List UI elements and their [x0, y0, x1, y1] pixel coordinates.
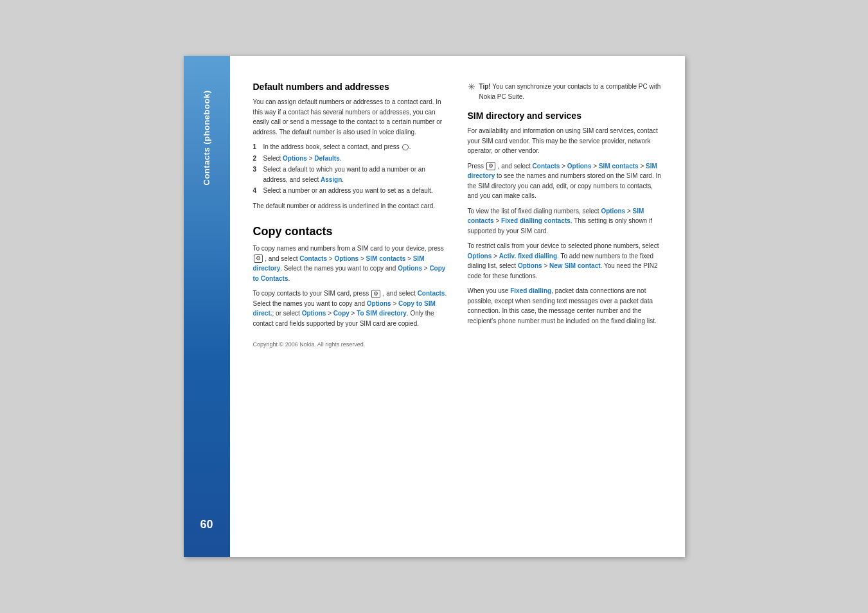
- sidebar-label: Contacts (phonebook): [202, 91, 211, 186]
- step-4-num: 4: [253, 186, 260, 196]
- section-title-copy: Copy contacts: [253, 225, 447, 238]
- main-content: Default numbers and addresses You can as…: [230, 56, 685, 557]
- step-1-text: In the address book, select a contact, a…: [263, 142, 411, 152]
- fixed-dialling-link: Fixed dialling contacts: [501, 217, 571, 224]
- options-link-6: Options: [468, 253, 492, 260]
- copy-para2: To copy contacts to your SIM card, press…: [253, 289, 447, 328]
- sim-para2: Press ⚙ , and select Contacts > Options …: [468, 161, 662, 201]
- sim-para4: To restrict calls from your device to se…: [468, 241, 662, 281]
- center-button-icon: [402, 144, 409, 150]
- contacts-link-1: Contacts: [299, 255, 327, 262]
- contacts-link-3: Contacts: [533, 163, 560, 170]
- sidebar: Contacts (phonebook) 60: [184, 56, 230, 557]
- sim-para3: To view the list of fixed dialing number…: [468, 206, 662, 236]
- assign-link: Assign: [321, 176, 342, 183]
- fixed-dialling-link-2: Fixed dialling: [510, 287, 551, 294]
- tip-text: Tip! You can synchronize your contacts t…: [479, 82, 662, 102]
- options-copy-link: Options: [398, 265, 422, 272]
- sim-para1: For availability and information on usin…: [468, 126, 662, 156]
- step-4-text: Select a number or an address you want t…: [263, 186, 433, 196]
- page-number: 60: [184, 518, 230, 531]
- options-link-2: Options: [334, 255, 359, 262]
- step-2: 2 Select Options > Defaults.: [253, 154, 447, 164]
- section-title-default: Default numbers and addresses: [253, 82, 447, 92]
- new-sim-contact-link: New SIM contact: [549, 262, 600, 269]
- defaults-link: Defaults: [314, 155, 339, 162]
- step-3-num: 3: [253, 164, 260, 184]
- copyright: Copyright © 2006 Nokia. All rights reser…: [253, 328, 447, 348]
- step-1: 1 In the address book, select a contact,…: [253, 142, 447, 152]
- default-footer: The default number or address is underli…: [253, 201, 447, 211]
- step-2-text: Select Options > Defaults.: [263, 154, 342, 164]
- step-2-num: 2: [253, 154, 260, 164]
- step-4: 4 Select a number or an address you want…: [253, 186, 447, 196]
- options-link-4: Options: [567, 163, 592, 170]
- copy-link: Copy: [333, 310, 350, 317]
- sim-para5: When you use Fixed dialling, packet data…: [468, 286, 662, 326]
- default-intro: You can assign default numbers or addres…: [253, 97, 447, 137]
- step-3: 3 Select a default to which you want to …: [253, 164, 447, 184]
- menu-icon-1: ⚙: [254, 254, 263, 263]
- to-sim-directory-link: To SIM directory: [357, 310, 407, 317]
- step-1-num: 1: [253, 142, 260, 152]
- sim-contacts-link-1: SIM contacts: [366, 255, 406, 262]
- activ-fixed-dialling-link: Activ. fixed dialling: [499, 253, 557, 260]
- contacts-link-2: Contacts: [418, 290, 445, 297]
- menu-icon-3: ⚙: [486, 162, 495, 170]
- copy-para1: To copy names and numbers from a SIM car…: [253, 244, 447, 283]
- options-link-3: Options: [302, 310, 326, 317]
- step-3-text: Select a default to which you want to ad…: [263, 164, 447, 184]
- right-column: ✳ Tip! You can synchronize your contacts…: [468, 82, 662, 534]
- page-container: Contacts (phonebook) 60 Default numbers …: [184, 56, 685, 557]
- left-column: Default numbers and addresses You can as…: [253, 82, 447, 534]
- tip-box: ✳ Tip! You can synchronize your contacts…: [468, 82, 662, 102]
- sim-contacts-link-2: SIM contacts: [599, 163, 639, 170]
- options-link-5: Options: [601, 208, 625, 215]
- options-link-1: Options: [283, 155, 307, 162]
- tip-icon: ✳: [468, 82, 475, 92]
- options-copy-sim-link: Options: [367, 300, 391, 307]
- options-link-7: Options: [518, 262, 542, 269]
- menu-icon-2: ⚙: [371, 290, 380, 298]
- section-title-sim: SIM directory and services: [468, 111, 662, 121]
